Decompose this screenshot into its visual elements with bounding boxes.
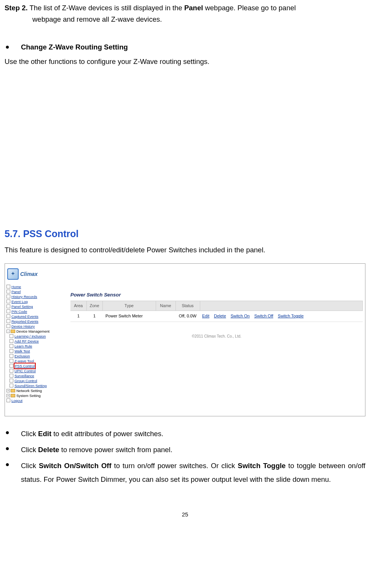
tree-expand-icon[interactable]: - [6, 330, 10, 333]
tree-node-reported-events[interactable]: Reported Events [6, 319, 64, 324]
tree-label[interactable]: Learn Rule [14, 344, 32, 349]
bullet-change-routing-title: Change Z-Wave Routing Setting [21, 41, 128, 53]
tree-label[interactable]: Captured Events [11, 314, 38, 319]
tree-node-pin-code[interactable]: PIN Code [6, 309, 64, 314]
tree-node-pss-control[interactable]: PSS Control [6, 363, 64, 368]
bullet-dot-icon: ● [5, 443, 10, 457]
page-icon [10, 359, 13, 363]
cell-name [156, 311, 175, 322]
tree-node-learn-rule[interactable]: Learn Rule [6, 344, 64, 349]
folder-icon [11, 389, 15, 392]
tree-node-captured-events[interactable]: Captured Events [6, 314, 64, 319]
tree-label[interactable]: Event Log [11, 299, 28, 304]
tree-node-add-rf-device[interactable]: Add RF Device [6, 339, 64, 344]
tree-label[interactable]: Add RF Device [14, 339, 39, 344]
tree-label[interactable]: Panel [11, 289, 21, 294]
bullet-edit-text: Click Edit to edit attributes of power s… [21, 427, 365, 441]
tree-node-logout[interactable]: Logout [6, 398, 64, 403]
tree-label[interactable]: PIN Code [11, 309, 27, 314]
switch-toggle-link[interactable]: Switch Toggle [278, 314, 304, 318]
tree-label[interactable]: Device Management [16, 329, 49, 334]
tree-node-group-control[interactable]: Group Control [6, 378, 64, 383]
switch-off-link[interactable]: Switch Off [254, 314, 273, 318]
tree-label[interactable]: Exclusion [14, 354, 30, 359]
cell-zone: 1 [86, 311, 102, 322]
tree-node-panel-setting[interactable]: Panel Setting [6, 304, 64, 309]
cell-area: 1 [70, 311, 86, 322]
tree-label[interactable]: UPIC Control [14, 368, 36, 373]
switch-on-link[interactable]: Switch On [231, 314, 250, 318]
folder-icon [11, 330, 15, 333]
change-routing-body: Use the other functions to configure you… [5, 56, 365, 67]
bullet-dot-icon: ● [5, 41, 10, 53]
tree-node-device-management[interactable]: -Device Management [6, 329, 64, 334]
tree-label[interactable]: History Records [11, 294, 37, 299]
delete-link[interactable]: Delete [214, 314, 226, 318]
step-2-text-2: webpage and remove all Z-wave devices. [32, 14, 365, 25]
bullet-dot-icon: ● [5, 459, 10, 486]
bullet-switch-text: Click Switch On/Switch Off to turn on/of… [21, 459, 365, 486]
bullet-change-routing: ● Change Z-Wave Routing Setting [5, 41, 365, 53]
tree-label[interactable]: Surveillance [14, 373, 34, 378]
col-type: Type [102, 301, 156, 311]
tree-label[interactable]: Reported Events [11, 319, 38, 324]
tree-label[interactable]: Panel Setting [11, 304, 33, 309]
cell-type: Power Switch Meter [102, 311, 156, 322]
page-icon [10, 364, 13, 368]
copyright-text: ©2011 Climax Tech. Co., Ltd. [70, 333, 363, 339]
tree-node-panel[interactable]: Panel [6, 289, 64, 294]
tree-label[interactable]: Home [11, 284, 21, 289]
col-status: Status [175, 301, 200, 311]
tree-label[interactable]: Learning / Inclusion [14, 334, 46, 339]
tree-node-network-setting[interactable]: +Network Setting [6, 388, 64, 393]
bullet-delete-text: Click Delete to remove power switch from… [21, 443, 365, 457]
page-icon [6, 290, 10, 293]
tree-node-system-setting[interactable]: +System Setting [6, 393, 64, 398]
step-2-text-1: The list of Z-Wave devices is still disp… [28, 4, 184, 12]
tree-label[interactable]: Device History [11, 324, 35, 329]
tree-label[interactable]: Walk Test [14, 349, 30, 354]
col-zone: Zone [86, 301, 102, 311]
page-icon [10, 379, 13, 382]
logo-text: Climax [20, 270, 38, 278]
tree-label[interactable]: PSS Control [14, 363, 35, 368]
tree-node-sound-siren-setting[interactable]: Sound/Siren Setting [6, 383, 64, 388]
step-2-label: Step 2. [5, 4, 28, 12]
tree-node-home[interactable]: Home [6, 284, 64, 289]
screenshot-panel: ✦ Climax HomePanelHistory RecordsEvent L… [5, 263, 365, 416]
page-icon [6, 304, 10, 308]
tree-node-upic-control[interactable]: UPIC Control [6, 368, 64, 373]
section-5-7-heading: 5.7. PSS Control [5, 226, 365, 241]
tree-label[interactable]: Z-wave Tool [14, 359, 34, 363]
tree-node-event-log[interactable]: Event Log [6, 299, 64, 304]
tree-node-z-wave-tool[interactable]: Z-wave Tool [6, 359, 64, 363]
page-icon [10, 354, 13, 358]
bullet-dot-icon: ● [5, 427, 10, 441]
nav-tree: HomePanelHistory RecordsEvent LogPanel S… [6, 284, 64, 403]
tree-label[interactable]: Network Setting [16, 388, 42, 393]
page-icon [10, 334, 13, 338]
page-icon [10, 349, 13, 353]
col-name: Name [156, 301, 175, 311]
tree-node-device-history[interactable]: Device History [6, 324, 64, 329]
tree-label[interactable]: Logout [11, 398, 22, 403]
tree-expand-icon[interactable]: + [6, 394, 10, 397]
edit-link[interactable]: Edit [202, 314, 209, 318]
tree-label[interactable]: Group Control [14, 378, 37, 383]
tree-node-exclusion[interactable]: Exclusion [6, 354, 64, 359]
tree-node-learning-inclusion[interactable]: Learning / Inclusion [6, 334, 64, 339]
tree-node-history-records[interactable]: History Records [6, 294, 64, 299]
step-2-text-1b: webpage. Please go to panel [203, 4, 296, 12]
col-actions [200, 301, 363, 311]
tree-node-surveillance[interactable]: Surveillance [6, 373, 64, 378]
tree-label[interactable]: Sound/Siren Setting [14, 383, 47, 388]
page-icon [6, 324, 10, 328]
page-icon [10, 344, 13, 348]
logo-icon: ✦ [7, 268, 19, 280]
tree-label[interactable]: System Setting [16, 393, 41, 398]
tree-node-walk-test[interactable]: Walk Test [6, 349, 64, 354]
tree-expand-icon[interactable]: + [6, 389, 10, 392]
climax-logo: ✦ Climax [7, 266, 65, 282]
section-5-7-body: This feature is designed to control/edit… [5, 244, 365, 256]
instruction-bullets: ● Click Edit to edit attributes of power… [5, 427, 365, 486]
